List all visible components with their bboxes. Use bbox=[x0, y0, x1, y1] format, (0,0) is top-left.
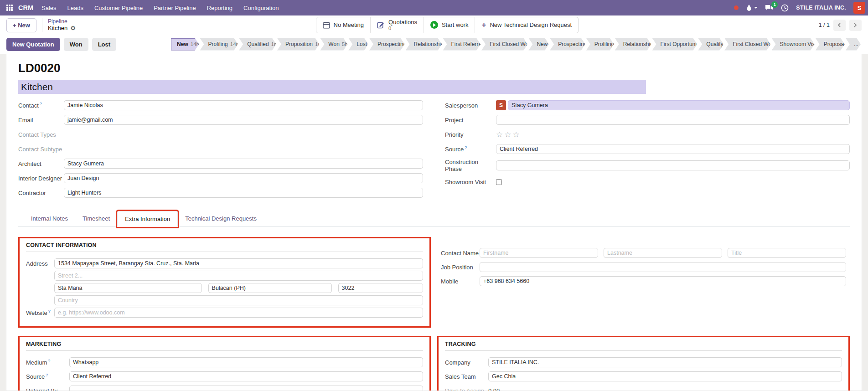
stage-lost[interactable]: Lost bbox=[348, 38, 369, 51]
job-position-input[interactable] bbox=[480, 262, 846, 272]
contact-types-label: Contact Types bbox=[18, 131, 64, 138]
app-brand[interactable]: CRM bbox=[18, 4, 33, 11]
lost-button[interactable]: Lost bbox=[92, 38, 116, 51]
tab-internal-notes[interactable]: Internal Notes bbox=[24, 211, 75, 227]
referred-by-input[interactable] bbox=[69, 386, 423, 391]
stage-relationship[interactable]: Relationship bbox=[406, 38, 443, 51]
stage-new[interactable]: New bbox=[528, 38, 550, 51]
stage-showroom-visit[interactable]: Showroom Visit bbox=[772, 38, 816, 51]
email-input[interactable] bbox=[64, 115, 423, 125]
street2-input[interactable] bbox=[54, 271, 423, 281]
stage-qualify[interactable]: Qualify bbox=[698, 38, 724, 51]
user-avatar[interactable]: S bbox=[853, 2, 865, 14]
contact-name-group: Contact Name Job Position Mobile bbox=[437, 237, 850, 328]
stage-first-opportunity[interactable]: First Opportunity bbox=[652, 38, 698, 51]
messages-icon[interactable]: 1 bbox=[765, 4, 774, 11]
new-quotation-button[interactable]: New Quotation bbox=[6, 38, 60, 51]
stage-profiling[interactable]: Profiling14m bbox=[200, 38, 239, 51]
record-name-field[interactable]: Kitchen bbox=[18, 80, 646, 94]
stage-label: First Referral bbox=[451, 41, 480, 47]
website-input[interactable] bbox=[54, 308, 423, 318]
pager-next-button[interactable] bbox=[849, 20, 862, 31]
construction-phase-input[interactable] bbox=[496, 160, 850, 170]
stage-proposal[interactable]: Proposal bbox=[816, 38, 846, 51]
architect-input[interactable] bbox=[64, 159, 423, 169]
contractor-input[interactable] bbox=[64, 188, 423, 198]
won-button[interactable]: Won bbox=[64, 38, 88, 51]
company-switcher[interactable]: STILE ITALIA INC. bbox=[796, 5, 846, 11]
tracking-company-input[interactable] bbox=[488, 357, 842, 367]
no-meeting-button[interactable]: No Meeting bbox=[316, 17, 370, 33]
marketing-source-input[interactable] bbox=[69, 371, 423, 381]
state-input[interactable] bbox=[208, 283, 332, 293]
sales-team-input[interactable] bbox=[488, 371, 842, 381]
architect-label: Architect bbox=[18, 160, 64, 167]
tab-technical-design-requests[interactable]: Technical Design Requests bbox=[178, 211, 264, 227]
new-record-button[interactable]: + New bbox=[6, 18, 36, 32]
salesperson-input[interactable] bbox=[508, 100, 850, 110]
menu-partner-pipeline[interactable]: Partner Pipeline bbox=[154, 5, 196, 11]
stage-label: First Opportunity bbox=[661, 41, 698, 47]
stage-label: Showroom Visit bbox=[780, 41, 815, 47]
mobile-input[interactable] bbox=[480, 276, 846, 286]
address-label: Address bbox=[26, 260, 54, 267]
plus-icon: + bbox=[481, 21, 486, 29]
breadcrumb-current: Kitchen bbox=[48, 25, 67, 32]
tracking-company-label: Company bbox=[445, 359, 488, 366]
stage-won[interactable]: Won5h bbox=[320, 38, 348, 51]
firstname-input[interactable] bbox=[480, 248, 598, 258]
tab-timesheet[interactable]: Timesheet bbox=[75, 211, 117, 227]
menu-leads[interactable]: Leads bbox=[67, 5, 83, 11]
stage-item[interactable]: ... bbox=[846, 38, 862, 51]
stage-proposition[interactable]: Proposition1m bbox=[277, 38, 320, 51]
gear-icon[interactable]: ⚙ bbox=[70, 25, 76, 32]
apps-grid-icon[interactable] bbox=[6, 5, 13, 11]
priority-stars[interactable]: ☆☆☆ bbox=[496, 130, 521, 139]
zip-input[interactable] bbox=[338, 283, 423, 293]
source-input[interactable] bbox=[496, 144, 850, 154]
left-field-column: Contact?EmailContact TypesContact Subtyp… bbox=[18, 100, 423, 202]
lastname-input[interactable] bbox=[604, 248, 722, 258]
menu-configuration[interactable]: Configuration bbox=[243, 5, 279, 11]
stage-label: ... bbox=[854, 41, 858, 47]
stage-new[interactable]: New14h bbox=[171, 38, 200, 51]
stage-first-closed-won[interactable]: First Closed Won bbox=[481, 38, 528, 51]
stage-prospecting[interactable]: Prospecting bbox=[369, 38, 406, 51]
salesperson-label: Salesperson bbox=[445, 102, 496, 109]
group-heading: TRACKING bbox=[445, 341, 842, 351]
stage-prospecting[interactable]: Prospecting bbox=[550, 38, 586, 51]
activity-clock-icon[interactable] bbox=[781, 4, 789, 12]
stage-label: Relationship bbox=[623, 41, 651, 47]
showroom-visit-checkbox[interactable] bbox=[496, 179, 502, 185]
construction-phase-label: Construction Phase bbox=[445, 159, 496, 172]
help-icon: ? bbox=[48, 359, 50, 363]
menu-reporting[interactable]: Reporting bbox=[207, 5, 232, 11]
topbar-menus: SalesLeadsCustomer PipelinePartner Pipel… bbox=[41, 5, 279, 11]
quotations-button[interactable]: Quotations 0 bbox=[370, 17, 424, 33]
tab-extra-information[interactable]: Extra Information bbox=[117, 211, 178, 227]
stage-qualified[interactable]: Qualified1m bbox=[239, 38, 277, 51]
title-input[interactable] bbox=[728, 248, 846, 258]
pager-previous-button[interactable] bbox=[833, 20, 846, 31]
street-input[interactable] bbox=[54, 258, 423, 268]
stage-profiling[interactable]: Profiling bbox=[586, 38, 615, 51]
droplet-icon[interactable] bbox=[746, 4, 758, 11]
project-input[interactable] bbox=[496, 115, 850, 125]
interior-designer-input[interactable] bbox=[64, 173, 423, 183]
stage-first-closed-won[interactable]: First Closed Won bbox=[724, 38, 771, 51]
contact-input[interactable] bbox=[64, 100, 423, 110]
stage-relationship[interactable]: Relationship bbox=[615, 38, 652, 51]
breadcrumb: Pipeline Kitchen ⚙ bbox=[42, 18, 76, 32]
mobile-label: Mobile bbox=[441, 278, 480, 285]
new-tdr-button[interactable]: + New Technical Design Request bbox=[475, 17, 578, 33]
medium-input[interactable] bbox=[69, 357, 423, 367]
country-input[interactable] bbox=[54, 295, 423, 305]
breadcrumb-parent[interactable]: Pipeline bbox=[48, 18, 76, 25]
stage-first-referral[interactable]: First Referral bbox=[443, 38, 481, 51]
menu-sales[interactable]: Sales bbox=[41, 5, 57, 11]
start-work-button[interactable]: Start work bbox=[424, 17, 475, 33]
field-row-project: Project bbox=[445, 115, 850, 125]
city-input[interactable] bbox=[54, 283, 202, 293]
menu-customer-pipeline[interactable]: Customer Pipeline bbox=[94, 5, 143, 11]
field-row-contact: Contact? bbox=[18, 100, 423, 110]
